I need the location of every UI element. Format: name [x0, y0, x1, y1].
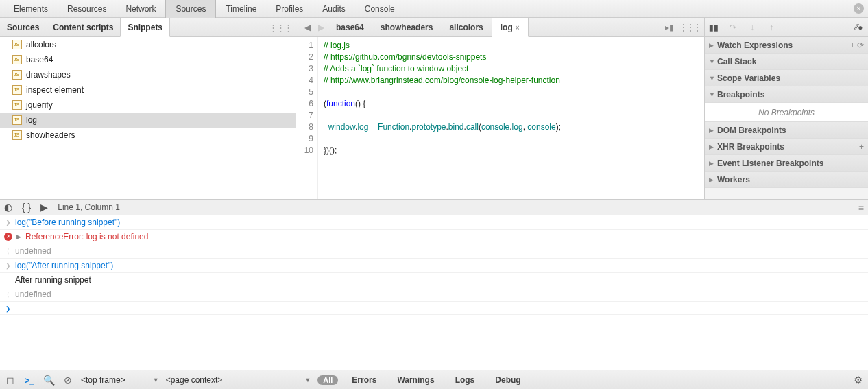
accordion-header[interactable]: ▼Call Stack	[705, 54, 868, 70]
error-icon: ✕	[4, 233, 12, 241]
filter-errors[interactable]: Errors	[345, 375, 383, 385]
cursor-position: Line 1, Column 1	[58, 202, 120, 212]
drawer-icon[interactable]: >_	[23, 375, 36, 386]
navigator-pane: Sources Content scripts Snippets ⋮⋮⋮ all…	[0, 18, 296, 199]
accordion-header[interactable]: ▶Watch Expressions+ ⟳	[705, 37, 868, 54]
editor-tab[interactable]: base64	[328, 18, 372, 37]
tab-profiles[interactable]: Profiles	[266, 0, 313, 18]
close-tab-icon[interactable]: ×	[516, 24, 520, 32]
snippet-item[interactable]: inspect element	[0, 82, 296, 97]
pause-on-exceptions-icon[interactable]: ◐	[4, 202, 12, 213]
deactivate-breakpoints-icon[interactable]: ⁄⁄●	[854, 23, 864, 32]
tab-audits[interactable]: Audits	[313, 0, 354, 18]
js-file-icon	[12, 100, 22, 110]
editor-tab[interactable]: allcolors	[441, 18, 491, 37]
js-file-icon	[12, 40, 22, 49]
snippet-item[interactable]: base64	[0, 52, 296, 67]
filter-warnings[interactable]: Warnings	[390, 375, 441, 385]
no-breakpoints-msg: No Breakpoints	[705, 103, 868, 122]
snippet-item[interactable]: jquerify	[0, 97, 296, 113]
snippet-item[interactable]: drawshapes	[0, 67, 296, 82]
nav-fwd-icon[interactable]: ▶	[314, 18, 328, 37]
menu-icon[interactable]: ≡	[858, 202, 864, 213]
drag-handle-icon[interactable]: ⋮⋮⋮	[679, 23, 700, 32]
js-file-icon	[12, 70, 22, 80]
frame-select[interactable]: <top frame>▼	[81, 375, 159, 385]
step-into-icon[interactable]: ↓	[747, 23, 757, 32]
console-output[interactable]: ❯log("Before running snippet")✕▶Referenc…	[0, 215, 868, 372]
tab-elements[interactable]: Elements	[4, 0, 58, 18]
tab-console[interactable]: Console	[355, 0, 405, 18]
clear-icon[interactable]: ⊘	[62, 375, 74, 386]
braces-icon[interactable]: { }	[22, 202, 31, 213]
step-over-icon[interactable]: ↷	[728, 23, 738, 32]
accordion-header[interactable]: ▼Scope Variables	[705, 70, 868, 86]
context-select[interactable]: <page context>▼	[166, 375, 311, 385]
accordion-header[interactable]: ▶DOM Breakpoints	[705, 122, 868, 139]
editor-status-bar: ◐ { } ▶ Line 1, Column 1 ≡	[0, 199, 868, 215]
nav-tab-sources[interactable]: Sources	[0, 18, 46, 37]
console-toolbar: ◻ >_ 🔍 ⊘ <top frame>▼ <page context>▼ Al…	[0, 370, 868, 389]
js-file-icon	[12, 85, 22, 95]
snippet-item[interactable]: showheaders	[0, 128, 296, 143]
accordion-header[interactable]: ▶Event Listener Breakpoints	[705, 155, 868, 172]
nav-tab-snippets[interactable]: Snippets	[120, 18, 170, 37]
pause-icon[interactable]: ▮▮	[709, 23, 719, 32]
dock-icon[interactable]: ◻	[4, 375, 16, 386]
play-icon[interactable]: ▶	[40, 202, 48, 213]
editor-tab[interactable]: showheaders	[372, 18, 442, 37]
filter-logs[interactable]: Logs	[448, 375, 482, 385]
nav-back-icon[interactable]: ◀	[300, 18, 314, 37]
code-content[interactable]: // log.js// https://github.com/bgrins/de…	[318, 37, 704, 199]
accordion-header[interactable]: ▼Breakpoints	[705, 86, 868, 103]
snippet-item[interactable]: allcolors	[0, 37, 296, 52]
gear-icon[interactable]: ⚙	[854, 374, 863, 386]
nav-tab-content-scripts[interactable]: Content scripts	[46, 18, 120, 37]
search-icon[interactable]: 🔍	[43, 375, 55, 386]
tab-sources[interactable]: Sources	[165, 0, 216, 18]
tab-resources[interactable]: Resources	[58, 0, 116, 18]
tab-timeline[interactable]: Timeline	[216, 0, 266, 18]
run-icon[interactable]: ▸▮	[665, 23, 674, 32]
snippet-item[interactable]: log	[0, 113, 296, 128]
tab-network[interactable]: Network	[116, 0, 165, 18]
drag-handle-icon[interactable]: ⋮⋮⋮	[269, 23, 291, 33]
step-out-icon[interactable]: ↑	[767, 23, 776, 32]
accordion-header[interactable]: ▶Workers	[705, 172, 868, 188]
editor-tab[interactable]: log×	[492, 18, 529, 37]
code-editor[interactable]: 12345678910 // log.js// https://github.c…	[296, 37, 704, 199]
line-gutter: 12345678910	[296, 37, 318, 199]
snippet-list: allcolors base64 drawshapes inspect elem…	[0, 37, 296, 199]
main-tabs: Elements Resources Network Sources Timel…	[0, 0, 868, 18]
editor-pane: ◀ ▶ base64 showheaders allcolors log× ▸▮…	[296, 18, 705, 199]
js-file-icon	[12, 115, 22, 125]
js-file-icon	[12, 55, 22, 64]
js-file-icon	[12, 130, 22, 140]
accordion-header[interactable]: ▶XHR Breakpoints+	[705, 139, 868, 155]
close-icon[interactable]: ×	[854, 3, 864, 14]
debugger-pane: ▮▮ ↷ ↓ ↑ ⁄⁄● ▶Watch Expressions+ ⟳▼Call …	[705, 18, 868, 199]
filter-debug[interactable]: Debug	[488, 375, 527, 385]
filter-all[interactable]: All	[317, 375, 338, 385]
